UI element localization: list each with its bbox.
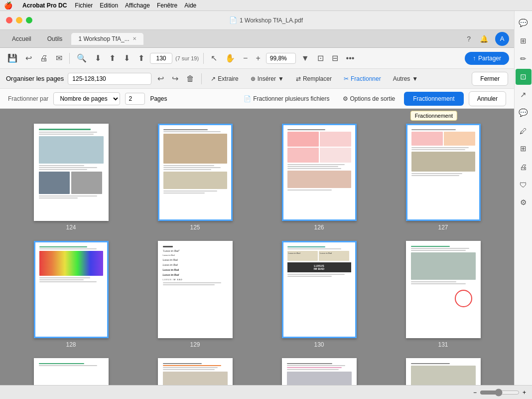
window-title: 📄 1 Workshop TfA_LA.pdf (229, 16, 303, 24)
page-thumbnail[interactable] (34, 358, 109, 386)
fractionner-type-select[interactable]: Nombre de pages (53, 92, 120, 105)
annuler-button[interactable]: Annuler (469, 91, 506, 106)
shield2-icon[interactable]: 🛡 (516, 177, 532, 193)
list-item[interactable]: 132 (15, 358, 127, 386)
comment-icon[interactable]: 💬 (516, 15, 532, 31)
tab-accueil[interactable]: Accueil (5, 33, 38, 45)
spreadsheet-icon[interactable]: ⊞ (516, 141, 532, 157)
list-item[interactable]: 124 (15, 124, 127, 231)
fractionner-options-button[interactable]: ⚙ Options de sortie (339, 93, 399, 104)
more-tools2-icon[interactable]: ⚙ (516, 195, 532, 210)
email-toolbar-button[interactable]: ✉ (53, 51, 65, 65)
inserer-button[interactable]: ⊕ Insérer ▼ (247, 73, 288, 84)
tab-document[interactable]: 1 Workshop TfA_... ✕ (71, 33, 143, 45)
tab-close-button[interactable]: ✕ (133, 36, 136, 41)
fractionner-num-input[interactable] (125, 93, 145, 105)
zoom-minus-button[interactable]: − (241, 52, 250, 65)
list-item[interactable]: 135 (387, 358, 499, 386)
extraire-icon: ↗ (211, 75, 216, 82)
page-thumbnail[interactable] (282, 358, 357, 386)
undo-toolbar-button[interactable]: ↩ (23, 51, 34, 65)
list-item[interactable]: 134 (263, 358, 375, 386)
fill-sign-icon[interactable]: 🖊 (516, 123, 532, 139)
hand-tool-button[interactable]: ✋ (223, 51, 238, 65)
menu-aide[interactable]: Aide (184, 2, 196, 9)
page-thumbnail[interactable] (406, 358, 481, 386)
minimize-window-button[interactable] (16, 17, 22, 23)
page-thumbnail[interactable] (406, 241, 481, 338)
multi-icon: 📄 (244, 95, 251, 102)
redo-organize-button[interactable]: ↪ (170, 72, 180, 85)
list-item[interactable]: 128 (15, 241, 127, 348)
print-toolbar-button[interactable]: 🖨 (37, 52, 50, 65)
autres-button[interactable]: Autres ▼ (389, 73, 422, 84)
page-thumbnail[interactable] (158, 124, 233, 221)
list-item[interactable]: Luxus im Bad Luxus im Bad LUXUSIM BAD 13… (263, 241, 375, 348)
fit-width-button[interactable]: ⊟ (329, 51, 341, 65)
list-item[interactable]: 131 (387, 241, 499, 348)
fractionnement-tooltip-wrapper: Fractionnement Fractionnement (404, 92, 463, 106)
tab-outils[interactable]: Outils (40, 33, 70, 45)
next-page-button[interactable]: ⬆ (107, 51, 118, 65)
menu-affichage[interactable]: Affichage (125, 2, 150, 9)
fractionner-multi-button[interactable]: 📄 Fractionner plusieurs fichiers (240, 93, 333, 104)
list-item[interactable]: 125 (139, 124, 251, 231)
fractionnement-action-button[interactable]: Fractionnement (404, 92, 463, 106)
fermer-button[interactable]: Fermer (472, 72, 508, 86)
menubar: 🍎 Acrobat Pro DC Fichier Edition Afficha… (0, 0, 532, 11)
notifications-button[interactable]: 🔔 (478, 33, 490, 45)
menu-fenetre[interactable]: Fenêtre (157, 2, 177, 9)
page-thumbnail[interactable]: Luxus im Bad Luxus im Bad LUXUSIM BAD (282, 241, 357, 338)
save-button[interactable]: 💾 (5, 51, 20, 65)
close-window-button[interactable] (6, 17, 12, 23)
page-thumbnail[interactable] (282, 124, 357, 221)
page-number-input[interactable] (150, 53, 172, 64)
grid-view-icon[interactable]: ⊞ (516, 33, 532, 49)
fit-page-button[interactable]: ⊡ (315, 51, 326, 65)
more-tools-button[interactable]: ••• (344, 52, 357, 65)
zoom-value-input[interactable] (266, 53, 296, 64)
menu-fichier[interactable]: Fichier (75, 2, 93, 9)
organize-pages-icon[interactable]: ⊡ (516, 69, 532, 85)
extraire-button[interactable]: ↗ Extraire (207, 73, 242, 84)
chat2-icon[interactable]: 💬 (516, 105, 532, 121)
page-count-label: (7 sur 19) (175, 55, 199, 61)
inserer-dropdown-icon: ▼ (278, 75, 284, 82)
zoom-increase-icon[interactable]: + (523, 389, 526, 396)
list-item[interactable]: 133 (139, 358, 251, 386)
zoom-plus-button[interactable]: + (253, 52, 263, 65)
select-tool-button[interactable]: ↖ (208, 51, 220, 65)
help-button[interactable]: ? (465, 33, 473, 45)
fractionner-bar: Fractionner par Nombre de pages Pages 📄 … (0, 89, 514, 109)
list-item[interactable]: "Luxus im Bad" Luxus im Bad Luxus im Bad… (139, 241, 251, 348)
edit-pdf-icon[interactable]: ✏ (516, 51, 532, 67)
zoom-out-toolbar-button[interactable]: 🔍 (74, 51, 89, 65)
fractionner-icon: ✂ (344, 75, 349, 82)
page-thumbnail[interactable] (158, 358, 233, 386)
fractionner-button[interactable]: ✂ Fractionner (340, 73, 385, 84)
zoom-decrease-icon[interactable]: − (473, 389, 477, 396)
page-thumbnail[interactable] (34, 241, 109, 338)
user-avatar[interactable]: A (495, 32, 509, 46)
page-thumbnail[interactable] (406, 124, 481, 221)
share-button[interactable]: ↑ Partager (465, 52, 509, 65)
export-pdf-icon[interactable]: ↗ (516, 87, 532, 103)
pages-range-input[interactable] (68, 73, 151, 85)
undo-organize-button[interactable]: ↩ (155, 72, 166, 85)
print2-icon[interactable]: 🖨 (516, 159, 532, 175)
menu-edition[interactable]: Edition (100, 2, 118, 9)
page-thumbnail[interactable] (34, 124, 109, 221)
menu-items: Fichier Edition Affichage Fenêtre Aide (75, 2, 196, 9)
maximize-window-button[interactable] (26, 17, 32, 23)
zoom-dropdown-button[interactable]: ▼ (299, 52, 312, 65)
prev-page-button[interactable]: ⬇ (92, 51, 104, 65)
list-item[interactable]: 127 (387, 124, 499, 231)
page-up-button[interactable]: ⬆ (135, 51, 147, 65)
apple-menu[interactable]: 🍎 (4, 1, 12, 9)
page-thumbnail[interactable]: "Luxus im Bad" Luxus im Bad Luxus im Bad… (158, 241, 233, 338)
zoom-slider[interactable] (480, 389, 520, 397)
remplacer-button[interactable]: ⇄ Remplacer (292, 73, 336, 84)
list-item[interactable]: 126 (263, 124, 375, 231)
page-down-button[interactable]: ⬇ (121, 51, 133, 65)
delete-pages-button[interactable]: 🗑 (184, 72, 196, 85)
